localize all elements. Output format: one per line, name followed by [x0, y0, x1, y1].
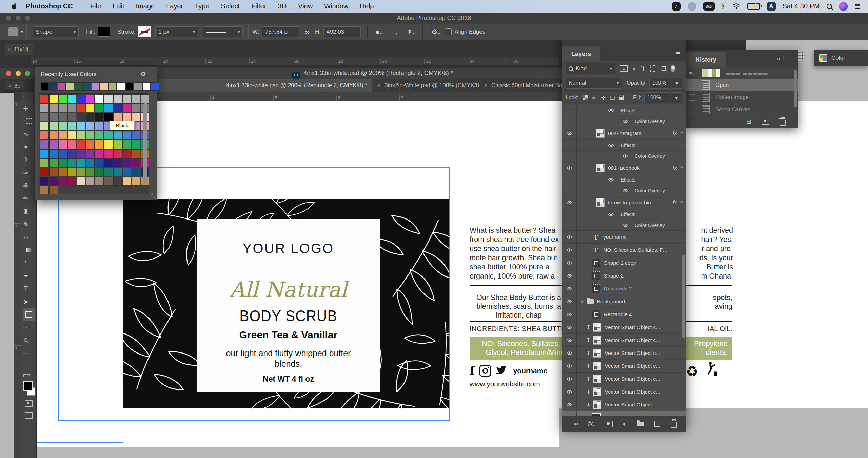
layer-row[interactable]: ↧ ∨ T Rectangle 2 [562, 411, 686, 416]
layer-row[interactable]: ↧ ∨ T Color Overlay [562, 116, 686, 127]
color-swatch[interactable] [86, 94, 95, 103]
color-swatch[interactable] [132, 113, 140, 121]
color-swatch[interactable] [40, 122, 49, 131]
color-swatch[interactable] [41, 82, 49, 91]
battery-icon[interactable]: ⚡ [747, 2, 760, 11]
shape-layer-thumbnail[interactable] [592, 284, 600, 293]
fill-input[interactable]: 100% [644, 92, 670, 103]
color-swatch[interactable] [49, 131, 58, 140]
color-swatch[interactable] [104, 103, 113, 112]
layer-name[interactable]: Vector Smart Object c... [605, 337, 660, 343]
color-swatch[interactable] [40, 140, 49, 149]
layer-name[interactable]: Color Overlay [635, 153, 665, 159]
blend-mode-select[interactable]: Normal ▾ [566, 78, 622, 89]
history-state-row[interactable]: Open [686, 79, 798, 91]
swatches-settings-gear-icon[interactable]: ⚙. [140, 70, 148, 78]
stroke-width-select[interactable]: 1 px▾ [155, 26, 198, 37]
new-document-from-state-icon[interactable]: ⊞ [746, 118, 751, 126]
smart-object-thumbnail[interactable] [593, 362, 601, 370]
color-swatch[interactable] [122, 140, 131, 149]
layer-name[interactable]: Effects [620, 142, 635, 148]
smart-object-thumbnail[interactable] [593, 387, 601, 396]
background-document-tab[interactable]: × 11x14 [3, 44, 33, 55]
visibility-eye-icon[interactable] [562, 373, 577, 385]
shape-layer-thumbnail[interactable] [592, 259, 600, 267]
color-swatch[interactable] [95, 131, 104, 140]
align-edges-checkbox[interactable] [445, 28, 452, 35]
layer-row[interactable]: ↧ ∨ T Effects [562, 174, 686, 185]
pen-tool[interactable]: ✒ [23, 269, 35, 282]
color-swatch[interactable] [40, 103, 49, 112]
menu-bar-clock[interactable]: Sat 4:30 PM [783, 2, 820, 10]
color-swatch[interactable] [113, 113, 122, 121]
shape-layer-thumbnail[interactable] [592, 271, 600, 280]
gradient-tool[interactable] [23, 244, 35, 256]
clone-stamp-tool[interactable]: ♜ [23, 205, 35, 218]
color-swatch[interactable] [132, 149, 140, 158]
filter-toggle-switch[interactable] [671, 65, 675, 72]
history-source-checkbox[interactable] [689, 107, 695, 113]
menu-item[interactable]: View [292, 2, 318, 10]
color-swatch[interactable] [75, 82, 83, 91]
opacity-input[interactable]: 100% [649, 78, 671, 89]
collapse-effects-chevron[interactable]: ^ [680, 130, 683, 136]
type-tool[interactable]: T [23, 282, 35, 295]
brush-tool[interactable]: ✏ [23, 192, 35, 205]
color-swatch[interactable] [67, 149, 76, 158]
color-swatch[interactable] [86, 168, 95, 176]
visibility-eye-icon[interactable] [562, 151, 577, 161]
layer-row[interactable]: ↧ ∨ T Rectangle 4 [562, 308, 686, 321]
layers-tab[interactable]: Layers [562, 46, 600, 61]
layer-name[interactable]: Effects [620, 177, 635, 183]
layer-name[interactable]: Color Overlay [635, 223, 665, 228]
layer-name[interactable]: Color Overlay [635, 119, 665, 124]
collapse-effects-chevron[interactable]: ^ [680, 165, 683, 171]
effect-visibility-eye-icon[interactable] [608, 109, 614, 113]
layer-row[interactable]: ↧ ∨ T Effects [562, 105, 686, 116]
color-swatch[interactable] [58, 140, 67, 149]
color-swatch[interactable] [122, 113, 131, 121]
effect-visibility-eye-icon[interactable] [622, 223, 628, 227]
lock-artboard-icon[interactable]: ❏ [610, 95, 615, 101]
color-swatch[interactable] [49, 140, 58, 149]
visibility-eye-icon[interactable] [562, 411, 577, 416]
menu-item[interactable]: Layer [160, 2, 189, 10]
marquee-tool[interactable] [23, 115, 35, 128]
collapse-dock-icon[interactable]: «« [803, 41, 809, 47]
shape-layer-thumbnail[interactable] [592, 310, 600, 319]
layer-row[interactable]: ↧ ∨ T Color Overlay [562, 220, 686, 231]
color-swatch[interactable] [58, 149, 67, 158]
color-swatch[interactable] [40, 158, 49, 167]
color-swatch[interactable] [95, 113, 104, 121]
fill-chevron[interactable]: ▾ [671, 92, 682, 103]
hand-tool[interactable]: ☞ [23, 321, 35, 334]
menu-item[interactable]: Filter [245, 2, 272, 10]
layer-name[interactable]: Shape 2 [604, 273, 624, 279]
layer-style-fx-icon[interactable]: fx. [588, 420, 594, 427]
color-swatch[interactable] [83, 82, 91, 91]
visibility-eye-icon[interactable] [562, 161, 577, 174]
color-swatch[interactable] [95, 158, 104, 167]
lock-transparency-icon[interactable] [583, 95, 588, 100]
foreground-background-colors[interactable] [22, 381, 36, 396]
color-swatch[interactable] [58, 103, 67, 112]
siri-icon[interactable] [839, 2, 848, 11]
fill-swatch[interactable] [98, 27, 110, 37]
menu-item[interactable]: 3D [272, 2, 293, 10]
fx-badge[interactable]: fx [673, 199, 677, 206]
color-swatch[interactable] [49, 103, 58, 112]
zoom-document-button[interactable] [25, 71, 30, 76]
color-swatch[interactable] [40, 168, 49, 176]
filter-shape-layers-icon[interactable] [650, 65, 656, 72]
shape-layer-thumbnail[interactable] [592, 413, 601, 416]
layer-row[interactable]: ↧ ∨ T Background [562, 295, 686, 308]
collapse-effects-chevron[interactable]: ^ [680, 199, 683, 205]
color-swatch[interactable] [40, 94, 49, 103]
effect-visibility-eye-icon[interactable] [622, 189, 628, 193]
layer-row[interactable]: ↧ ∨ T Vector Smart Object [562, 398, 686, 411]
visibility-eye-icon[interactable] [562, 256, 577, 269]
color-swatch[interactable] [122, 177, 131, 186]
color-swatch[interactable] [113, 168, 122, 176]
color-swatch[interactable] [95, 177, 104, 186]
effect-visibility-eye-icon[interactable] [622, 154, 628, 158]
